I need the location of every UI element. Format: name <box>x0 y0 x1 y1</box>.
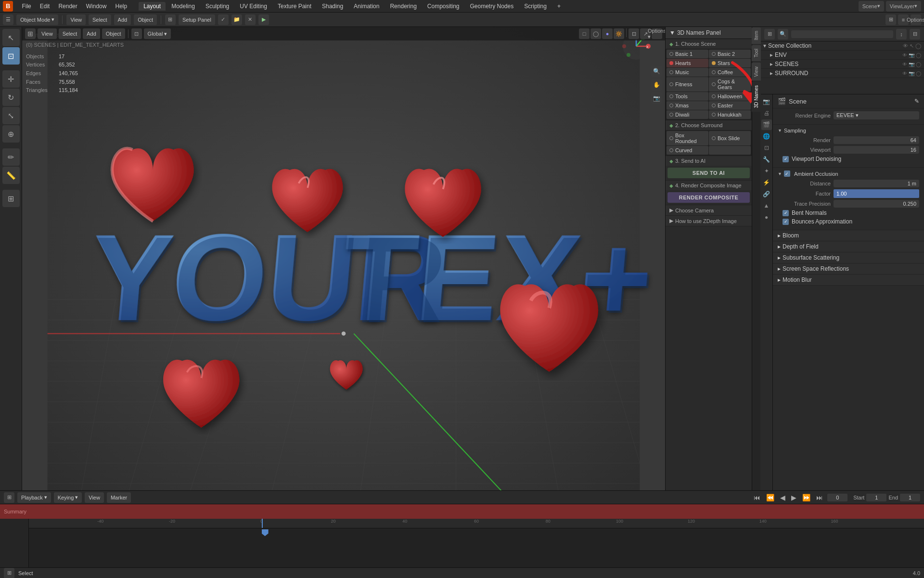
eye-icon[interactable]: 👁 <box>903 43 908 49</box>
timeline-playhead[interactable] <box>262 519 263 528</box>
zoom-in-btn[interactable]: 🔍 <box>651 66 662 77</box>
choose-camera-header[interactable]: ▶ Choose Camera <box>666 205 752 215</box>
select-menu[interactable]: Select <box>89 14 111 25</box>
playback-btn[interactable]: Playback ▾ <box>17 492 51 503</box>
props-particles-icon[interactable]: ✦ <box>761 166 772 176</box>
props-output-icon[interactable]: 🖨 <box>761 108 772 118</box>
timeline-track-area[interactable]: -40 -20 0 20 40 60 80 100 120 140 160 <box>29 519 924 567</box>
global-dropdown[interactable]: Global ▾ <box>144 28 171 39</box>
transform-tool[interactable]: ⊕ <box>2 125 20 143</box>
timeline-menu-icon[interactable]: ⊞ <box>4 492 14 503</box>
outliner-sort-icon[interactable]: ↕ <box>896 29 907 39</box>
tab-uv-editing[interactable]: UV Editing <box>235 2 272 11</box>
viewport-view-btn[interactable]: View <box>38 28 57 39</box>
menu-help[interactable]: Help <box>111 2 131 11</box>
status-menu-icon[interactable]: ⊞ <box>4 568 14 578</box>
start-frame-input[interactable] <box>866 494 886 501</box>
props-physics-icon[interactable]: ⚡ <box>761 177 772 188</box>
tab-compositing[interactable]: Compositing <box>423 2 464 11</box>
shading-mode-material[interactable]: ● <box>602 28 613 39</box>
menu-render[interactable]: Render <box>54 2 81 11</box>
add-menu[interactable]: Add <box>114 14 131 25</box>
menu-window[interactable]: Window <box>82 2 111 11</box>
side-tab-item[interactable]: Item <box>752 27 761 44</box>
close-icon[interactable]: ✕ <box>245 14 256 25</box>
playhead-marker[interactable] <box>262 529 269 536</box>
surround-box-rounded[interactable]: Box Rounded <box>667 131 708 145</box>
scenes-eye-icon[interactable]: 👁 <box>902 62 907 67</box>
scene-dropdown[interactable]: Scene ▾ <box>859 1 884 12</box>
props-render-icon[interactable]: 📷 <box>761 96 772 107</box>
choose-scene-header[interactable]: ◆ 1. Choose Scene <box>666 39 752 49</box>
render-engine-dropdown[interactable]: EEVEE ▾ <box>834 111 919 119</box>
check-icon[interactable]: ✓ <box>218 14 229 25</box>
overlay-btn[interactable]: ⊡ <box>629 28 639 39</box>
outliner-scenes[interactable]: ▸ SCENES 👁 📷 ◯ <box>760 60 924 69</box>
props-material-icon[interactable]: ● <box>761 212 772 223</box>
viewport-samples-input[interactable] <box>834 146 919 154</box>
tab-modeling[interactable]: Modeling <box>167 2 200 11</box>
scene-halloween[interactable]: Halloween <box>709 92 751 101</box>
ssr-section[interactable]: ▸ Screen Space Reflections <box>773 263 924 275</box>
scenes-render-icon[interactable]: ◯ <box>916 62 921 67</box>
tab-shading[interactable]: Shading <box>317 2 348 11</box>
current-frame-input[interactable] <box>827 494 847 501</box>
ao-checkbox[interactable]: ✓ <box>784 171 790 177</box>
props-world-icon[interactable]: 🌐 <box>761 131 772 142</box>
outliner-surround[interactable]: ▸ SURROUND 👁 📷 ◯ <box>760 69 924 78</box>
outliner-filter-btn[interactable]: ⊟ <box>910 29 920 39</box>
select-icon[interactable]: ↖ <box>910 43 914 49</box>
viewlayer-dropdown[interactable]: ViewLayer ▾ <box>886 1 921 12</box>
menu-edit[interactable]: Edit <box>36 2 54 11</box>
cursor-tool[interactable]: ↖ <box>2 29 20 46</box>
play-icon[interactable]: ▶ <box>258 14 269 25</box>
ao-title[interactable]: ▼ ✓ Ambient Occlusion <box>778 171 919 177</box>
timeline-body[interactable]: -40 -20 0 20 40 60 80 100 120 140 160 <box>0 519 924 567</box>
choose-surround-header[interactable]: ◆ 2. Choose Surround <box>666 120 752 130</box>
scene-easter[interactable]: Easter <box>709 101 751 110</box>
scene-basic2[interactable]: Basic 2 <box>709 50 751 58</box>
tab-scripting[interactable]: Scripting <box>519 2 552 11</box>
object-menu[interactable]: Object <box>134 14 157 25</box>
surround-box-slide[interactable]: Box Slide <box>709 131 751 145</box>
side-tab-view[interactable]: View <box>752 63 761 81</box>
scenes-cam-icon[interactable]: 📷 <box>909 62 914 67</box>
scene-diwali[interactable]: Diwali <box>667 110 708 119</box>
panel-3d-names-header[interactable]: ▼ 3D Names Panel <box>666 27 752 39</box>
side-tab-tool[interactable]: Tool <box>752 45 761 61</box>
render-samples-input[interactable] <box>834 136 919 144</box>
tab-sculpting[interactable]: Sculpting <box>201 2 234 11</box>
outliner-env[interactable]: ▸ ENV 👁 📷 ◯ <box>760 51 924 60</box>
timeline-view-btn[interactable]: View <box>85 492 104 503</box>
options-btn[interactable]: Options <box>911 14 921 25</box>
tab-rendering[interactable]: Rendering <box>385 2 421 11</box>
global-transform-icon[interactable]: ⊡ <box>131 28 142 39</box>
measure-tool[interactable]: 📏 <box>2 167 20 184</box>
motion-blur-section[interactable]: ▸ Motion Blur <box>773 275 924 286</box>
viewport-add-btn[interactable]: Add <box>83 28 100 39</box>
bent-normals-checkbox[interactable]: ✓ <box>783 210 789 216</box>
viewport-menu-icon[interactable]: ⊞ <box>25 28 36 39</box>
grid-icon[interactable]: ⊞ <box>886 14 896 25</box>
hide-icon[interactable]: ◯ <box>915 43 921 49</box>
subsurface-section[interactable]: ▸ Subsurface Scattering <box>773 252 924 263</box>
scene-tools[interactable]: Tools <box>667 92 708 101</box>
env-render-icon[interactable]: ◯ <box>916 53 921 58</box>
menu-file[interactable]: File <box>18 2 35 11</box>
folder-icon[interactable]: 📁 <box>231 14 242 25</box>
step-forward-btn[interactable]: ⏩ <box>801 493 812 502</box>
surround-render-icon[interactable]: ◯ <box>916 71 921 76</box>
scene-xmas[interactable]: Xmas <box>667 101 708 110</box>
viewport-denoising-checkbox[interactable]: ✓ <box>783 156 789 162</box>
scene-fitness[interactable]: Fitness <box>667 77 708 92</box>
tab-add[interactable]: + <box>552 2 565 11</box>
props-object-icon[interactable]: ⊡ <box>761 143 772 153</box>
send-to-ai-header[interactable]: ◆ 3. Send to AI <box>666 156 752 166</box>
send-to-ai-btn[interactable]: SEND TO AI <box>667 168 750 178</box>
zdepth-header[interactable]: ▶ How to use ZDepth Image <box>666 216 752 226</box>
shading-mode-solid[interactable]: ◯ <box>590 28 601 39</box>
play-btn[interactable]: ▶ <box>790 493 798 502</box>
ao-distance-input[interactable] <box>834 180 919 187</box>
viewport-object-btn[interactable]: Object <box>102 28 125 39</box>
annotate-tool[interactable]: ✏ <box>2 148 20 166</box>
